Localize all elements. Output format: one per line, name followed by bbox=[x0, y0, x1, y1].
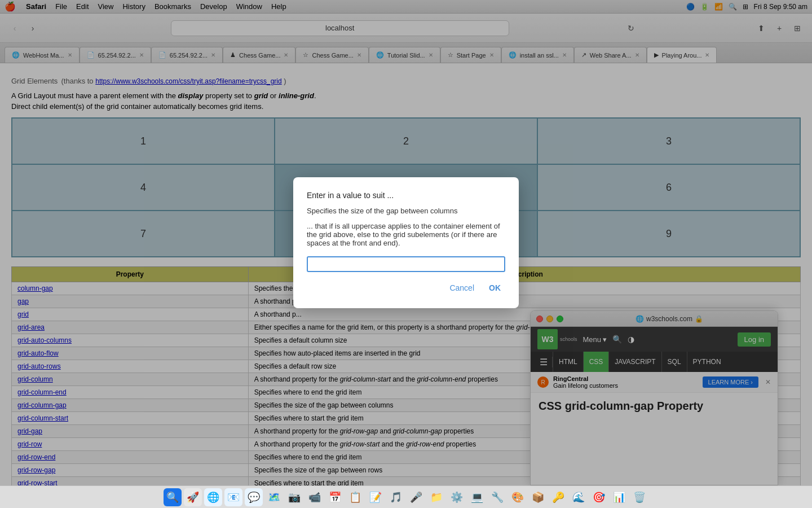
dock-music[interactable]: 🎵 bbox=[387, 488, 405, 506]
ok-button[interactable]: OK bbox=[484, 281, 505, 295]
dock-podcasts[interactable]: 🎤 bbox=[407, 488, 425, 506]
dock-finder[interactable]: 🔍 bbox=[164, 488, 182, 506]
modal-body-text: ... that if is all uppercase applies to … bbox=[307, 222, 505, 247]
dock-mail[interactable]: 📧 bbox=[224, 488, 242, 506]
dock-messages[interactable]: 💬 bbox=[245, 488, 263, 506]
modal-title: Enter in a value to suit ... bbox=[307, 191, 505, 200]
dock-facetime[interactable]: 📹 bbox=[306, 488, 324, 506]
dock-terminal[interactable]: 💻 bbox=[468, 488, 486, 506]
dock-safari[interactable]: 🌐 bbox=[204, 488, 222, 506]
dock-app2[interactable]: 🎨 bbox=[509, 488, 527, 506]
dock-app3[interactable]: 📦 bbox=[529, 488, 547, 506]
dock-app7[interactable]: 📊 bbox=[610, 488, 628, 506]
dock-calendar[interactable]: 📅 bbox=[326, 488, 344, 506]
dock-app1[interactable]: 🔧 bbox=[488, 488, 506, 506]
modal-input[interactable] bbox=[307, 256, 505, 272]
dock-trash[interactable]: 🗑️ bbox=[630, 488, 648, 506]
dock-reminders[interactable]: 📋 bbox=[346, 488, 364, 506]
modal-overlay: Enter in a value to suit ... Specifies t… bbox=[0, 0, 812, 485]
modal-desc: Specifies the size of the gap between co… bbox=[307, 207, 505, 215]
dock-files[interactable]: 📁 bbox=[427, 488, 445, 506]
dock-app5[interactable]: 🌊 bbox=[570, 488, 588, 506]
modal-buttons: Cancel OK bbox=[307, 281, 505, 295]
dock-maps[interactable]: 🗺️ bbox=[265, 488, 283, 506]
dock-app4[interactable]: 🔑 bbox=[549, 488, 567, 506]
dock: 🔍 🚀 🌐 📧 💬 🗺️ 📷 📹 📅 📋 📝 🎵 🎤 📁 ⚙️ 💻 🔧 🎨 📦 … bbox=[0, 485, 812, 508]
dock-app6[interactable]: 🎯 bbox=[590, 488, 608, 506]
modal-dialog: Enter in a value to suit ... Specifies t… bbox=[293, 177, 519, 308]
dock-photos[interactable]: 📷 bbox=[285, 488, 303, 506]
dock-notes[interactable]: 📝 bbox=[367, 488, 385, 506]
dock-launchpad[interactable]: 🚀 bbox=[184, 488, 202, 506]
cancel-button[interactable]: Cancel bbox=[445, 281, 479, 295]
dock-settings[interactable]: ⚙️ bbox=[448, 488, 466, 506]
